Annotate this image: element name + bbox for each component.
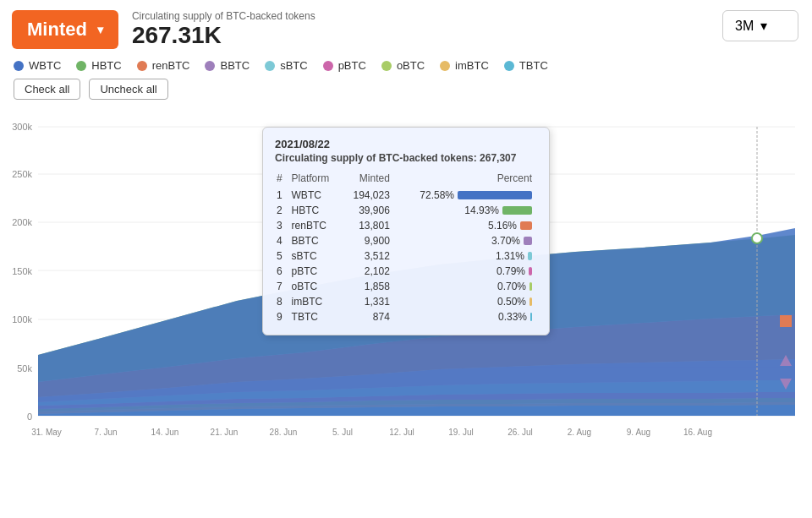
legend-dot-sbtc <box>265 61 275 71</box>
cell-percent: 3.70% <box>395 233 537 248</box>
cell-percent: 0.70% <box>395 279 537 294</box>
table-row: 3 renBTC 13,801 5.16% <box>275 218 537 233</box>
minted-dropdown[interactable]: Minted ▾ <box>12 10 118 49</box>
percent-value: 5.16% <box>488 220 517 232</box>
cell-percent: 5.16% <box>395 218 537 233</box>
legend-item-imbtc[interactable]: imBTC <box>440 59 489 72</box>
tooltip: 2021/08/22 Circulating supply of BTC-bac… <box>262 127 550 335</box>
legend-label-bbtc: BBTC <box>220 59 250 72</box>
table-row: 6 pBTC 2,102 0.79% <box>275 264 537 279</box>
percent-bar <box>529 297 532 306</box>
legend-item-tbtc[interactable]: TBTC <box>504 59 548 72</box>
svg-text:300k: 300k <box>12 122 32 132</box>
col-num: # <box>275 171 290 188</box>
cell-platform: oBTC <box>290 279 343 294</box>
svg-text:5. Jul: 5. Jul <box>332 428 353 437</box>
dropdown-label: Minted <box>27 19 87 41</box>
svg-text:0: 0 <box>27 412 32 422</box>
tooltip-subtitle: Circulating supply of BTC-backed tokens:… <box>275 152 537 164</box>
cell-platform: imBTC <box>290 294 343 309</box>
percent-bar <box>529 267 532 275</box>
svg-text:21. Jun: 21. Jun <box>211 428 239 437</box>
cell-num: 7 <box>275 279 290 294</box>
cell-platform: renBTC <box>290 218 343 233</box>
cell-num: 2 <box>275 203 290 218</box>
cell-minted: 13,801 <box>343 218 394 233</box>
legend-item-wbtc[interactable]: WBTC <box>14 59 61 72</box>
cell-minted: 9,900 <box>343 233 394 248</box>
legend-label-hbtc: HBTC <box>91 59 121 72</box>
svg-text:31. May: 31. May <box>31 428 62 437</box>
cell-num: 3 <box>275 218 290 233</box>
legend-dot-tbtc <box>504 61 514 71</box>
tooltip-date: 2021/08/22 <box>275 138 537 150</box>
svg-text:150k: 150k <box>12 266 32 276</box>
buttons-row: Check all Uncheck all <box>0 72 812 106</box>
chart-area: 300k 250k 200k 150k 100k 50k 0 <box>0 110 812 490</box>
header-left: Minted ▾ Circulating supply of BTC-backe… <box>12 10 315 49</box>
cell-platform: BBTC <box>290 233 343 248</box>
table-row: 1 WBTC 194,023 72.58% <box>275 188 537 203</box>
percent-bar <box>520 221 532 230</box>
cell-minted: 3,512 <box>343 248 394 264</box>
uncheck-all-button[interactable]: Uncheck all <box>89 79 167 100</box>
cell-percent: 72.58% <box>395 188 537 203</box>
cell-minted: 874 <box>343 309 394 324</box>
legend-item-obtc[interactable]: oBTC <box>381 59 425 72</box>
legend: WBTCHBTCrenBTCBBTCsBTCpBTCoBTCimBTCTBTC <box>0 56 812 72</box>
cell-platform: TBTC <box>290 309 343 324</box>
percent-bar <box>530 313 532 321</box>
legend-item-bbtc[interactable]: BBTC <box>205 59 250 72</box>
cell-num: 1 <box>275 188 290 203</box>
svg-text:19. Jul: 19. Jul <box>448 428 473 437</box>
cell-platform: sBTC <box>290 248 343 264</box>
percent-value: 72.58% <box>420 189 454 201</box>
legend-label-sbtc: sBTC <box>280 59 308 72</box>
dropdown-arrow: ▾ <box>97 23 103 36</box>
svg-text:12. Jul: 12. Jul <box>389 428 414 437</box>
legend-item-sbtc[interactable]: sBTC <box>265 59 308 72</box>
legend-dot-hbtc <box>76 61 86 71</box>
cell-percent: 14.93% <box>395 203 537 218</box>
legend-label-pbtc: pBTC <box>338 59 366 72</box>
cell-num: 6 <box>275 264 290 279</box>
tooltip-total: 267,307 <box>480 152 516 164</box>
hbtc-dot <box>752 233 762 243</box>
check-all-button[interactable]: Check all <box>14 79 80 100</box>
cell-platform: pBTC <box>290 264 343 279</box>
col-percent: Percent <box>395 171 537 188</box>
legend-label-tbtc: TBTC <box>519 59 548 72</box>
percent-value: 0.70% <box>497 281 526 292</box>
svg-text:28. Jun: 28. Jun <box>270 428 298 437</box>
cell-num: 8 <box>275 294 290 309</box>
legend-item-hbtc[interactable]: HBTC <box>76 59 121 72</box>
cell-percent: 0.50% <box>395 294 537 309</box>
cell-minted: 39,906 <box>343 203 394 218</box>
svg-text:200k: 200k <box>12 217 32 227</box>
percent-bar <box>524 237 532 245</box>
tooltip-subtitle-pre: Circulating supply of BTC-backed tokens: <box>275 152 480 164</box>
supply-label: Circulating supply of BTC-backed tokens <box>132 10 315 22</box>
percent-bar <box>529 282 532 291</box>
supply-value: 267.31K <box>132 22 315 49</box>
svg-text:14. Jun: 14. Jun <box>151 428 179 437</box>
header: Minted ▾ Circulating supply of BTC-backe… <box>0 0 812 56</box>
legend-label-imbtc: imBTC <box>455 59 489 72</box>
legend-label-renbtc: renBTC <box>152 59 190 72</box>
percent-value: 14.93% <box>464 204 499 216</box>
legend-item-renbtc[interactable]: renBTC <box>137 59 190 72</box>
cell-num: 9 <box>275 309 290 324</box>
tooltip-table: # Platform Minted Percent 1 WBTC 194,023… <box>275 171 537 324</box>
cell-platform: HBTC <box>290 203 343 218</box>
percent-bar <box>458 191 532 199</box>
svg-text:50k: 50k <box>17 363 32 374</box>
timeframe-value: 3M <box>735 19 754 34</box>
timeframe-select[interactable]: 3M ▾ <box>722 10 798 41</box>
cell-num: 5 <box>275 248 290 264</box>
cell-percent: 0.79% <box>395 264 537 279</box>
svg-text:2. Aug: 2. Aug <box>568 428 591 437</box>
percent-value: 0.33% <box>498 311 527 323</box>
legend-item-pbtc[interactable]: pBTC <box>323 59 366 72</box>
table-row: 4 BBTC 9,900 3.70% <box>275 233 537 248</box>
table-row: 2 HBTC 39,906 14.93% <box>275 203 537 218</box>
